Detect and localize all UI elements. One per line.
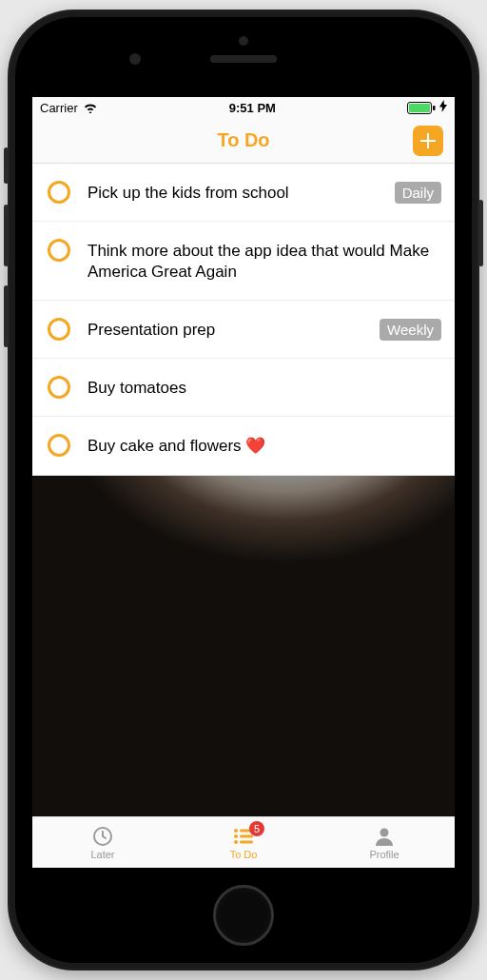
tab-badge: 5 [249, 821, 264, 836]
nav-bar: To Do [32, 118, 455, 164]
tab-bar: Later 5 To Do Profile [32, 816, 455, 868]
tab-todo[interactable]: 5 To Do [173, 817, 314, 868]
clock-icon [92, 826, 113, 847]
volume-down [4, 285, 9, 347]
todo-list: Pick up the kids from school Daily Think… [32, 164, 455, 476]
checkbox-circle[interactable] [48, 376, 70, 399]
add-button[interactable] [413, 126, 443, 156]
todo-text: Think more about the app idea that would… [88, 239, 441, 283]
svg-point-4 [234, 829, 238, 833]
status-time: 9:51 PM [229, 101, 276, 115]
carrier-label: Carrier [40, 101, 78, 115]
charging-icon [439, 100, 447, 115]
todo-text: Pick up the kids from school [88, 181, 378, 204]
screen: Carrier 9:51 PM [32, 97, 455, 868]
checkbox-circle[interactable] [48, 318, 70, 341]
tab-label: Later [90, 849, 114, 860]
checkbox-circle[interactable] [48, 434, 70, 457]
checkbox-circle[interactable] [48, 181, 70, 204]
status-bar: Carrier 9:51 PM [32, 97, 455, 118]
profile-icon [375, 826, 394, 847]
tab-profile[interactable]: Profile [314, 817, 455, 868]
content-area: Pick up the kids from school Daily Think… [32, 164, 455, 816]
svg-point-8 [234, 840, 238, 844]
mute-switch [4, 147, 9, 184]
home-button[interactable] [213, 885, 274, 946]
volume-up [4, 205, 9, 266]
frequency-badge: Weekly [380, 319, 441, 341]
todo-text: Presentation prep [88, 318, 362, 341]
tab-later[interactable]: Later [32, 817, 173, 868]
phone-frame: Carrier 9:51 PM [8, 10, 479, 970]
wifi-icon [83, 102, 98, 113]
frequency-badge: Daily [395, 182, 441, 204]
list-item[interactable]: Pick up the kids from school Daily [32, 164, 455, 222]
list-item[interactable]: Presentation prep Weekly [32, 301, 455, 359]
list-item[interactable]: Buy cake and flowers ❤️ [32, 417, 455, 475]
svg-rect-9 [240, 840, 253, 843]
front-camera [129, 53, 141, 65]
todo-text: Buy tomatoes [88, 376, 441, 399]
checkbox-circle[interactable] [48, 239, 70, 262]
list-item[interactable]: Think more about the app idea that would… [32, 222, 455, 301]
tab-label: To Do [230, 849, 258, 860]
proximity-sensor [239, 36, 248, 46]
svg-rect-1 [409, 104, 430, 112]
todo-text: Buy cake and flowers ❤️ [88, 434, 441, 457]
power-button [478, 200, 483, 266]
svg-rect-7 [240, 834, 253, 837]
svg-rect-2 [433, 106, 436, 110]
plus-icon [419, 131, 438, 150]
page-title: To Do [217, 129, 269, 151]
battery-icon [407, 102, 436, 114]
svg-point-6 [234, 834, 238, 838]
tab-label: Profile [369, 849, 399, 860]
svg-point-10 [380, 828, 389, 836]
phone-bezel: Carrier 9:51 PM [15, 17, 472, 963]
list-item[interactable]: Buy tomatoes [32, 359, 455, 417]
earpiece-speaker [210, 55, 277, 63]
